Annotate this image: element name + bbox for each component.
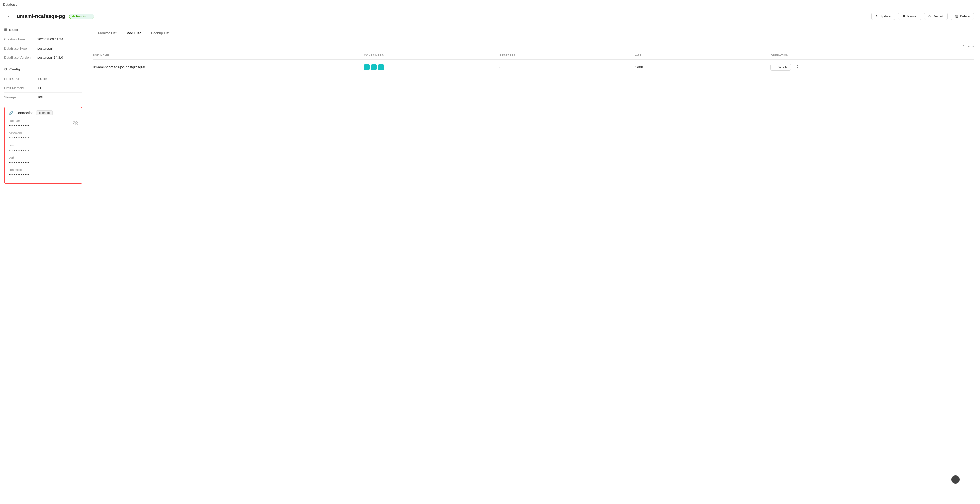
limit-memory-label: Limit Memory xyxy=(4,86,37,90)
database-name: umami-ncafasqs-pg xyxy=(17,13,65,19)
content-area: Monitor List Pod List Backup List 1 Item… xyxy=(87,24,980,504)
status-badge: Running + xyxy=(69,14,94,19)
config-section: ⚙ Config Limit CPU 1 Core Limit Memory 1… xyxy=(4,67,83,102)
config-section-header: ⚙ Config xyxy=(4,67,83,71)
basic-fields: Creation Time 2023/08/09 11:24 DataBase … xyxy=(4,35,83,62)
operation-cell: ≡ Details ⋮ xyxy=(770,63,974,71)
username-label: username xyxy=(9,119,30,123)
table-header: POD NAME CONTAINERS RESTARTS AGE OPERATI… xyxy=(93,51,974,60)
delete-button[interactable]: 🗑 Delete xyxy=(951,13,974,20)
storage-row: Storage 10Gi xyxy=(4,93,83,102)
delete-icon: 🗑 xyxy=(955,14,958,18)
app-title: Database xyxy=(3,3,18,6)
container-dot-3 xyxy=(378,64,384,70)
port-label: port xyxy=(9,156,78,159)
pause-icon: ⏸ xyxy=(902,14,906,18)
connection-field: connection •••••••••••• xyxy=(9,168,78,177)
col-age: AGE xyxy=(635,54,770,57)
connection-title: Connection xyxy=(16,111,34,115)
container-dot-1 xyxy=(364,64,369,70)
basic-section-header: ⊞ Basic xyxy=(4,27,83,32)
port-field: port •••••••••••• xyxy=(9,156,78,164)
col-pod-name: POD NAME xyxy=(93,54,364,57)
details-label: Details xyxy=(777,65,788,69)
basic-icon: ⊞ xyxy=(4,27,7,32)
config-icon: ⚙ xyxy=(4,67,7,71)
limit-cpu-label: Limit CPU xyxy=(4,77,37,81)
tab-monitor[interactable]: Monitor List xyxy=(93,29,121,38)
table-row: umami-ncafasqs-pg-postgresql-0 0 1d8h ≡ … xyxy=(93,60,974,75)
more-options-button[interactable]: ⋮ xyxy=(794,63,800,71)
status-icon: + xyxy=(89,14,91,18)
update-button[interactable]: ↻ Update xyxy=(871,13,895,20)
tabs: Monitor List Pod List Backup List xyxy=(93,29,974,38)
update-label: Update xyxy=(880,14,891,18)
details-button[interactable]: ≡ Details xyxy=(770,64,791,71)
username-field: username •••••••••••• xyxy=(9,119,30,128)
connect-button[interactable]: connect xyxy=(36,110,52,115)
tab-backup[interactable]: Backup List xyxy=(146,29,175,38)
restart-label: Restart xyxy=(933,14,943,18)
creation-time-value: 2023/08/09 11:24 xyxy=(37,37,63,41)
host-field: host •••••••••••• xyxy=(9,144,78,152)
db-type-label: DataBase Type xyxy=(4,46,37,50)
storage-value: 10Gi xyxy=(37,95,44,99)
back-button[interactable]: ← xyxy=(6,13,13,20)
restart-icon: ⟳ xyxy=(928,14,931,18)
username-row: username •••••••••••• xyxy=(9,119,78,131)
db-type-row: DataBase Type postgresql xyxy=(4,44,83,53)
containers-cell xyxy=(364,64,500,70)
config-fields: Limit CPU 1 Core Limit Memory 1 Gi Stora… xyxy=(4,74,83,102)
title-bar: Database xyxy=(0,0,980,9)
sidebar: ⊞ Basic Creation Time 2023/08/09 11:24 D… xyxy=(0,24,87,504)
db-version-row: DataBase Version postgresql-14.8.0 xyxy=(4,53,83,62)
port-dots: •••••••••••• xyxy=(9,160,78,164)
password-dots: •••••••••••• xyxy=(9,136,78,140)
host-label: host xyxy=(9,144,78,147)
host-dots: •••••••••••• xyxy=(9,148,78,152)
update-icon: ↻ xyxy=(876,14,878,18)
db-type-value: postgresql xyxy=(37,46,52,50)
restart-button[interactable]: ⟳ Restart xyxy=(924,13,948,20)
age-cell: 1d8h xyxy=(635,65,770,69)
pod-name-cell: umami-ncafasqs-pg-postgresql-0 xyxy=(93,65,364,69)
creation-time-label: Creation Time xyxy=(4,37,37,41)
password-field: password •••••••••••• xyxy=(9,131,78,140)
pause-button[interactable]: ⏸ Pause xyxy=(898,13,921,20)
creation-time-row: Creation Time 2023/08/09 11:24 xyxy=(4,35,83,44)
cursor xyxy=(951,475,959,483)
delete-label: Delete xyxy=(960,14,969,18)
restarts-cell: 0 xyxy=(500,65,635,69)
details-icon: ≡ xyxy=(774,65,776,69)
header: ← umami-ncafasqs-pg Running + ↻ Update ⏸… xyxy=(0,9,980,24)
status-label: Running xyxy=(76,14,88,18)
toggle-visibility-icon[interactable] xyxy=(73,120,78,126)
db-version-label: DataBase Version xyxy=(4,56,37,59)
limit-cpu-value: 1 Core xyxy=(37,77,47,81)
db-version-value: postgresql-14.8.0 xyxy=(37,56,63,59)
header-left: ← umami-ncafasqs-pg Running + xyxy=(6,13,94,20)
storage-label: Storage xyxy=(4,95,37,99)
connection-section: 🔗 Connection connect username ••••••••••… xyxy=(4,107,83,184)
connection-label: connection xyxy=(9,168,78,172)
limit-memory-row: Limit Memory 1 Gi xyxy=(4,83,83,93)
header-actions: ↻ Update ⏸ Pause ⟳ Restart 🗑 Delete xyxy=(871,13,974,20)
password-label: password xyxy=(9,131,78,135)
col-containers: CONTAINERS xyxy=(364,54,500,57)
limit-memory-value: 1 Gi xyxy=(37,86,43,90)
config-title: Config xyxy=(10,67,20,71)
basic-title: Basic xyxy=(9,28,18,32)
connection-header: 🔗 Connection connect xyxy=(9,110,78,115)
limit-cpu-row: Limit CPU 1 Core xyxy=(4,74,83,83)
tab-pod[interactable]: Pod List xyxy=(121,29,146,38)
pause-label: Pause xyxy=(907,14,917,18)
col-restarts: RESTARTS xyxy=(500,54,635,57)
container-dot-2 xyxy=(371,64,377,70)
col-operation: OPERATION xyxy=(770,54,974,57)
connection-dots: •••••••••••• xyxy=(9,172,78,177)
items-count: 1 Items xyxy=(93,45,974,48)
username-dots: •••••••••••• xyxy=(9,124,30,128)
main-layout: ⊞ Basic Creation Time 2023/08/09 11:24 D… xyxy=(0,24,980,504)
status-dot xyxy=(73,15,75,18)
connection-icon: 🔗 xyxy=(9,111,13,115)
